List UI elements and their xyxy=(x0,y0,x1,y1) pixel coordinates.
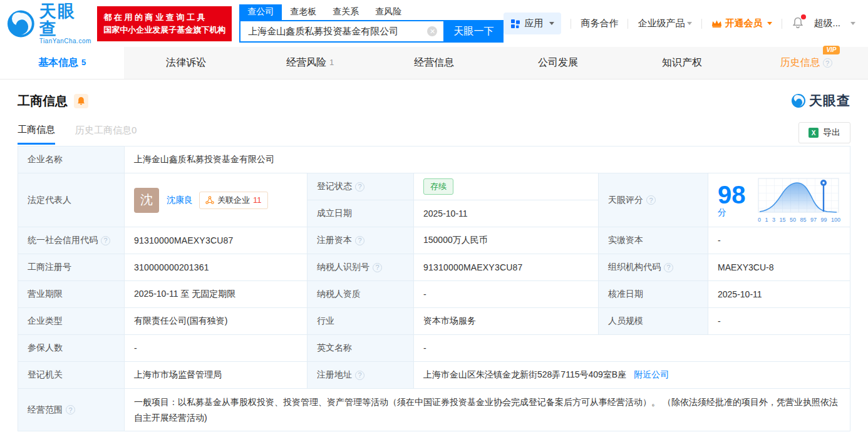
search-tab-boss[interactable]: 查老板 xyxy=(282,4,324,20)
tianyancha-watermark-icon xyxy=(791,93,806,108)
page-title: 工商信息 xyxy=(18,93,68,110)
notification-bell[interactable] xyxy=(792,16,804,31)
help-icon[interactable] xyxy=(355,236,364,245)
chevron-down-icon xyxy=(850,22,855,25)
field-value-company-type: 有限责任公司(国有独资) xyxy=(125,308,307,335)
chevron-down-icon xyxy=(687,22,692,25)
field-label-approval-date: 核准日期 xyxy=(599,281,708,308)
export-button[interactable]: 导出 xyxy=(798,122,850,143)
monitor-bell-button[interactable] xyxy=(74,94,88,108)
field-value-establish-date: 2025-10-11 xyxy=(414,200,598,227)
field-value-staff-size: - xyxy=(708,308,850,335)
field-value-reg-status: 存续 xyxy=(414,173,598,200)
tab-operation-info[interactable]: 经营信息 xyxy=(372,47,496,79)
chevron-down-icon xyxy=(549,22,554,25)
apps-menu[interactable]: 应用 xyxy=(504,13,561,34)
tab-legal-litigation[interactable]: 法律诉讼 xyxy=(124,47,248,79)
score-chart-axis: 01 315 5085 9799 100 xyxy=(758,217,840,223)
field-value-paid-capital: - xyxy=(708,227,850,254)
nearby-companies-link[interactable]: 附近公司 xyxy=(634,369,669,381)
tianyancha-company-page: 天眼查 TianYanCha.com 都 在 用 的 商 业 查 询 工 具 国… xyxy=(0,0,868,432)
menu-enterprise[interactable]: 企业级产品 xyxy=(638,18,692,29)
help-icon[interactable] xyxy=(646,195,656,205)
menu-super-label: 超级... xyxy=(814,18,840,29)
logo-title: 天眼查 xyxy=(39,3,93,38)
menu-open-vip-label: 开通会员 xyxy=(725,18,762,29)
tab-history-info-label: 历史信息 xyxy=(780,56,820,69)
field-label-insured: 参保人数 xyxy=(18,335,125,362)
promo-banner: 都 在 用 的 商 业 查 询 工 具 国家中小企业发展子基金旗下机构 xyxy=(97,6,232,41)
related-companies-label: 关联企业 xyxy=(217,195,250,206)
menu-super[interactable]: 超级... xyxy=(814,18,855,29)
field-value-reg-authority: 上海市市场监督管理局 xyxy=(125,362,307,389)
divider xyxy=(782,19,782,29)
field-label-taxpayer-quality: 纳税人资质 xyxy=(307,281,414,308)
field-label-business-term: 营业期限 xyxy=(18,281,125,308)
help-icon[interactable] xyxy=(66,405,75,414)
score-distribution-chart: 01 315 5085 9799 100 xyxy=(758,178,840,223)
search-button[interactable]: 天眼一下 xyxy=(443,20,504,43)
tab-company-development-label: 公司发展 xyxy=(538,56,578,69)
legal-rep-name-link[interactable]: 沈康良 xyxy=(167,195,193,206)
field-label-reg-number: 工商注册号 xyxy=(18,254,125,281)
chevron-down-icon xyxy=(767,22,772,25)
search-input[interactable] xyxy=(239,20,443,43)
field-label-taxpayer-id: 纳税人识别号 xyxy=(307,254,414,281)
watermark-logo: 天眼查 xyxy=(791,92,850,110)
tianyancha-logo-icon xyxy=(6,9,36,39)
field-label-tyc-score: 天眼评分 xyxy=(599,173,708,227)
search-tab-risk[interactable]: 查风险 xyxy=(367,4,410,20)
tab-history-info[interactable]: 历史信息 VIP xyxy=(744,47,868,79)
field-value-business-term: 2025-10-11 至 无固定期限 xyxy=(125,281,307,308)
logo-subtitle: TianYanCha.com xyxy=(39,38,93,44)
tab-operation-risk[interactable]: 经营风险 1 xyxy=(248,47,372,79)
field-value-industry: 资本市场服务 xyxy=(414,308,599,335)
field-value-approval-date: 2025-10-11 xyxy=(708,281,850,308)
tab-basic-info-label: 基本信息 xyxy=(38,56,78,69)
notification-dot xyxy=(801,14,806,19)
business-info-table: 企业名称 上海金山鑫质私募投资基金有限公司 法定代表人 沈 沈康良 关联企业 1… xyxy=(18,146,850,431)
tab-company-development[interactable]: 公司发展 xyxy=(496,47,620,79)
field-value-org-code: MAEXY3CU-8 xyxy=(708,254,850,281)
apps-label: 应用 xyxy=(524,18,543,29)
menu-open-vip[interactable]: 开通会员 xyxy=(711,18,772,29)
menu-cooperation[interactable]: 商务合作 xyxy=(581,18,618,29)
tab-count: 1 xyxy=(329,58,334,67)
section-title-row: 工商信息 天眼查 xyxy=(0,80,868,110)
tab-intellectual-property[interactable]: 知识产权 xyxy=(620,47,744,79)
field-value-legal-rep: 沈 沈康良 关联企业 11 xyxy=(125,173,307,227)
subtab-history-business-info[interactable]: 历史工商信息0 xyxy=(75,125,137,143)
field-value-reg-capital: 150000万人民币 xyxy=(414,227,599,254)
network-icon xyxy=(205,196,214,205)
help-icon[interactable] xyxy=(664,263,673,272)
tianyancha-logo[interactable]: 天眼查 TianYanCha.com xyxy=(6,3,92,44)
help-icon[interactable] xyxy=(355,182,364,192)
field-label-reg-status: 登记状态 xyxy=(307,173,414,200)
field-value-insured: - xyxy=(125,335,307,362)
help-icon[interactable] xyxy=(355,371,364,380)
related-companies-badge[interactable]: 关联企业 11 xyxy=(199,192,268,209)
subtab-business-info[interactable]: 工商信息 xyxy=(18,124,55,145)
tab-legal-litigation-label: 法律诉讼 xyxy=(166,56,206,69)
field-value-credit-code: 91310000MAEXY3CU87 xyxy=(125,227,307,254)
field-value-reg-number: 310000000201361 xyxy=(125,254,307,281)
related-companies-count: 11 xyxy=(253,195,262,205)
field-value-taxpayer-id: 91310000MAEXY3CU87 xyxy=(414,254,599,281)
search-tab-company[interactable]: 查公司 xyxy=(239,4,282,20)
tab-basic-info[interactable]: 基本信息 5 xyxy=(0,47,124,79)
monitor-bell-icon xyxy=(77,96,85,105)
help-icon[interactable] xyxy=(101,236,110,245)
field-label-reg-capital: 注册资本 xyxy=(307,227,414,254)
field-value-taxpayer-quality: - xyxy=(414,281,599,308)
help-icon[interactable] xyxy=(823,58,832,68)
field-label-legal-rep: 法定代表人 xyxy=(18,173,125,227)
field-value-company-name: 上海金山鑫质私募投资基金有限公司 xyxy=(125,147,850,173)
legal-rep-avatar[interactable]: 沈 xyxy=(134,188,159,213)
tab-intellectual-property-label: 知识产权 xyxy=(662,56,702,69)
search-tab-relation[interactable]: 查关系 xyxy=(324,4,367,20)
field-label-business-scope: 经营范围 xyxy=(18,389,125,431)
tab-operation-info-label: 经营信息 xyxy=(414,56,454,69)
vip-badge: VIP xyxy=(823,46,839,54)
menu-enterprise-label: 企业级产品 xyxy=(638,18,685,29)
help-icon[interactable] xyxy=(373,263,382,272)
